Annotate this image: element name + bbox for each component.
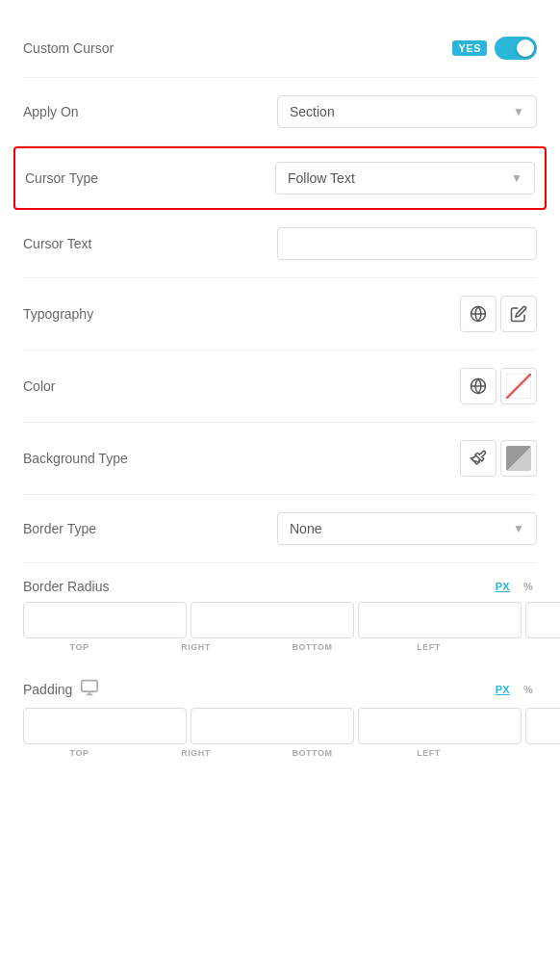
padding-sub-labels: TOP RIGHT BOTTOM LEFT <box>23 748 537 758</box>
toggle-knob <box>517 39 534 57</box>
custom-cursor-label: Custom Cursor <box>23 40 114 56</box>
color-swatch-btn[interactable] <box>500 368 537 404</box>
cursor-type-arrow-icon: ▼ <box>511 171 522 185</box>
monitor-svg-icon <box>80 679 99 696</box>
monitor-icon <box>80 679 99 700</box>
apply-on-row: Apply On Section ▼ <box>23 78 537 146</box>
background-type-controls <box>460 440 537 477</box>
border-radius-unit-toggle: PX % <box>492 579 537 594</box>
color-label: Color <box>23 378 55 394</box>
border-radius-section: Border Radius PX % TOP RIGHT BOTTOM LEFT <box>23 563 537 652</box>
padding-left-input[interactable] <box>525 708 560 744</box>
brush-icon <box>470 450 487 467</box>
padding-label-with-icon: Padding <box>23 679 99 700</box>
padding-top-input[interactable] <box>23 708 187 744</box>
border-radius-px-btn[interactable]: PX <box>492 579 514 594</box>
cursor-text-control <box>277 227 537 260</box>
padding-label-row: Padding PX % <box>23 663 537 708</box>
background-type-row: Background Type <box>23 423 537 495</box>
border-type-arrow-icon: ▼ <box>513 522 524 535</box>
custom-cursor-row: Custom Cursor YES <box>23 19 537 78</box>
pencil-icon <box>510 305 527 323</box>
border-radius-top-label: TOP <box>23 642 136 652</box>
color-controls <box>460 368 537 404</box>
custom-cursor-toggle[interactable] <box>495 37 537 60</box>
typography-label: Typography <box>23 306 93 322</box>
cursor-type-label: Cursor Type <box>25 170 98 186</box>
globe-icon <box>470 305 487 323</box>
typography-controls <box>460 296 537 332</box>
border-radius-left-label: LEFT <box>372 642 485 652</box>
cursor-type-row: Cursor Type Follow Text ▼ <box>13 146 547 210</box>
cursor-text-input[interactable] <box>277 227 537 260</box>
border-type-label: Border Type <box>23 521 96 536</box>
border-type-row: Border Type None ▼ <box>23 495 537 563</box>
padding-bottom-label: BOTTOM <box>256 748 369 758</box>
color-global-icon-btn[interactable] <box>460 368 496 404</box>
background-brush-btn[interactable] <box>460 440 496 477</box>
custom-cursor-toggle-wrap: YES <box>452 37 537 60</box>
cursor-type-dropdown[interactable]: Follow Text ▼ <box>275 162 535 195</box>
padding-pct-btn[interactable]: % <box>520 682 537 697</box>
border-radius-right-input[interactable] <box>191 602 354 638</box>
padding-top-label: TOP <box>23 748 136 758</box>
border-radius-bottom-input[interactable] <box>358 602 522 638</box>
globe-icon-2 <box>470 377 487 395</box>
typography-global-icon-btn[interactable] <box>460 296 496 332</box>
settings-panel: Custom Cursor YES Apply On Section ▼ Cur… <box>0 0 560 777</box>
apply-on-dropdown[interactable]: Section ▼ <box>277 95 537 128</box>
padding-bottom-input[interactable] <box>358 708 522 744</box>
padding-right-label: RIGHT <box>140 748 252 758</box>
background-gradient-btn[interactable] <box>500 440 537 477</box>
apply-on-value: Section <box>290 104 335 119</box>
border-radius-pct-btn[interactable]: % <box>520 579 537 594</box>
border-radius-inputs <box>23 602 537 638</box>
border-radius-label: Border Radius <box>23 579 110 594</box>
padding-left-label: LEFT <box>372 748 485 758</box>
padding-section: Padding PX % <box>23 663 537 758</box>
border-type-value: None <box>290 521 321 536</box>
cursor-type-value: Follow Text <box>288 170 355 186</box>
svg-rect-6 <box>82 681 97 691</box>
padding-px-btn[interactable]: PX <box>492 682 514 697</box>
border-radius-label-row: Border Radius PX % <box>23 563 537 602</box>
border-radius-bottom-label: BOTTOM <box>256 642 369 652</box>
apply-on-arrow-icon: ▼ <box>513 105 524 118</box>
typography-row: Typography <box>23 278 537 351</box>
border-radius-right-label: RIGHT <box>140 642 252 652</box>
border-type-dropdown[interactable]: None ▼ <box>277 512 537 545</box>
background-type-label: Background Type <box>23 451 128 466</box>
apply-on-label: Apply On <box>23 104 79 119</box>
typography-edit-icon-btn[interactable] <box>500 296 537 332</box>
cursor-text-label: Cursor Text <box>23 236 91 251</box>
gradient-icon <box>506 446 531 471</box>
padding-right-input[interactable] <box>191 708 354 744</box>
border-radius-left-input[interactable] <box>525 602 560 638</box>
border-radius-top-input[interactable] <box>23 602 187 638</box>
color-diagonal-icon <box>506 374 531 399</box>
border-radius-sub-labels: TOP RIGHT BOTTOM LEFT <box>23 642 537 652</box>
padding-unit-toggle: PX % <box>492 682 537 697</box>
color-row: Color <box>23 351 537 423</box>
padding-label: Padding <box>23 682 72 697</box>
cursor-text-row: Cursor Text <box>23 210 537 278</box>
padding-inputs <box>23 708 537 744</box>
toggle-yes-label: YES <box>452 40 487 56</box>
